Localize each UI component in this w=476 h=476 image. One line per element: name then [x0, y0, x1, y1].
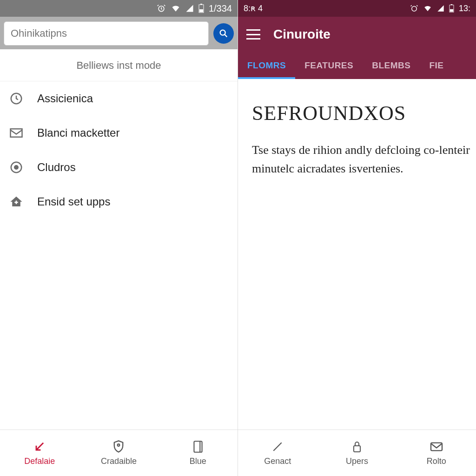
nav-label: Genact	[264, 456, 291, 466]
tab-bar: Flomrs Features Blembs Fie	[238, 52, 476, 79]
alarm-icon	[157, 4, 166, 13]
tab-blembs[interactable]: Blembs	[363, 52, 420, 79]
statusbar-left: 1/334	[0, 0, 238, 17]
nav-label: Upers	[346, 456, 368, 466]
svg-rect-12	[451, 4, 453, 5]
mail-icon	[430, 440, 443, 454]
signal-icon	[185, 4, 194, 13]
list-item-label: Assicienica	[37, 92, 93, 105]
list-item[interactable]: Blanci macketter	[0, 116, 238, 150]
statusbar-left-text: 8:ʀ 4	[244, 3, 263, 13]
pencil-icon	[271, 440, 284, 454]
list-item[interactable]: Cludros	[0, 150, 238, 185]
tab-features[interactable]: Features	[295, 52, 363, 79]
svg-point-4	[220, 30, 225, 35]
nav-label: Blue	[190, 456, 206, 466]
svg-rect-9	[194, 441, 202, 452]
search-button[interactable]	[213, 23, 234, 44]
signal-icon	[437, 5, 444, 12]
nav-rolto[interactable]: Rolto	[397, 430, 476, 476]
svg-point-7	[14, 165, 18, 169]
svg-point-10	[412, 7, 417, 12]
list-item-label: Ensid set upps	[37, 195, 110, 208]
nav-label: Rolto	[427, 456, 446, 466]
nav-label: Defalaie	[24, 456, 55, 466]
left-screen: 1/334 Belliews inst mode Assicienica Bla…	[0, 0, 238, 476]
menu-list: Assicienica Blanci macketter Cludros Ens…	[0, 81, 238, 430]
menu-button[interactable]	[246, 29, 260, 40]
nav-cradaible[interactable]: Cradaible	[79, 430, 158, 476]
app-title: Cinuroite	[273, 27, 331, 42]
list-item-label: Blanci macketter	[37, 126, 119, 139]
nav-label: Cradaible	[101, 456, 137, 466]
home-plus-icon	[8, 194, 24, 210]
nav-defalaie[interactable]: Defalaie	[0, 430, 79, 476]
tab-flomrs[interactable]: Flomrs	[238, 52, 295, 79]
bottom-nav-left: Defalaie Cradaible Blue	[0, 430, 238, 476]
article-title: SEFROUNDXOS	[252, 101, 476, 125]
search-bar	[0, 17, 238, 49]
tab-fie[interactable]: Fie	[420, 52, 453, 79]
list-item-label: Cludros	[37, 161, 76, 174]
article: SEFROUNDXOS Tse stays de rihion andly de…	[238, 79, 476, 430]
wifi-icon	[423, 4, 432, 13]
wifi-icon	[171, 4, 181, 13]
arrow-down-left-icon	[33, 440, 46, 454]
alarm-icon	[410, 4, 418, 13]
shield-icon	[112, 440, 126, 454]
svg-point-8	[118, 444, 120, 446]
svg-rect-2	[200, 4, 202, 5]
target-icon	[8, 159, 24, 175]
article-body: Tse stays de rihion andly defcloing co-l…	[252, 141, 476, 178]
nav-upers[interactable]: Upers	[317, 430, 397, 476]
svg-rect-3	[199, 9, 203, 12]
app-bar: Cinuroite	[238, 17, 476, 52]
nav-genact[interactable]: Genact	[238, 430, 317, 476]
search-icon	[218, 28, 229, 39]
nav-blue[interactable]: Blue	[159, 430, 238, 476]
list-item[interactable]: Ensid set upps	[0, 185, 238, 219]
right-screen: 8:ʀ 4 13: Cinuroite Flomrs Features Blem	[238, 0, 476, 476]
svg-rect-13	[450, 9, 453, 12]
statusbar-time: 1/334	[209, 3, 232, 14]
subheader: Belliews inst mode	[0, 49, 238, 81]
statusbar-right: 8:ʀ 4 13:	[238, 0, 476, 17]
list-item[interactable]: Assicienica	[0, 81, 238, 116]
svg-rect-14	[354, 446, 360, 452]
battery-icon	[198, 4, 204, 13]
search-input[interactable]	[4, 21, 209, 46]
book-icon	[191, 440, 205, 454]
statusbar-right-text: 13:	[459, 4, 470, 13]
bottom-nav-right: Genact Upers Rolto	[238, 430, 476, 476]
lock-icon	[350, 440, 364, 454]
battery-icon	[449, 4, 454, 13]
clock-icon	[8, 91, 24, 106]
svg-rect-15	[431, 443, 442, 451]
envelope-icon	[8, 125, 24, 141]
